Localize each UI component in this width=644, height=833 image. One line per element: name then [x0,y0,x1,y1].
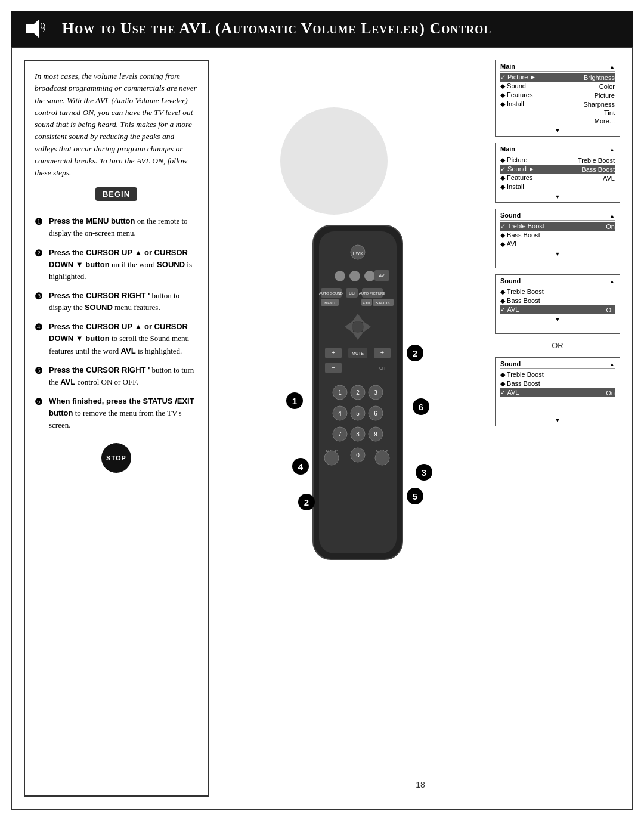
step-circle-2b: 2 [298,494,315,510]
remote-control-svg: PWR AV AUTO SOUND CC [304,219,411,577]
svg-text:PWR: PWR [353,251,363,255]
menu2-header: Main [500,145,615,154]
page-number: 18 [221,773,620,797]
step-5: ❺ Press the CURSOR RIGHT ' button to tur… [35,364,198,388]
page-header: )) ) How to Use the AVL (Automatic Volum… [11,11,633,47]
menu1-header: Main [500,63,615,72]
diagram-area: 1 2 4 6 3 5 2 [221,60,620,773]
menu1-row-features: ◆ Features Picture [500,91,615,100]
menu2-row-install: ◆ Install [500,182,615,191]
menu3-row-treble: ✓ Treble Boost On [500,222,615,231]
tv-menu-2: Main ◆ Picture Treble Boost ✓ Sound ► Ba… [495,143,620,203]
menu3-title: Sound [500,212,521,219]
svg-text:AUTO SOUND: AUTO SOUND [319,292,343,295]
begin-badge: BEGIN [95,187,137,201]
step-circle-5: 5 [407,488,423,504]
menu4-row-bass: ◆ Bass Boost [500,296,615,305]
menu5-footer [500,416,615,423]
svg-text:MUTE: MUTE [352,351,364,355]
menu2-footer [500,193,615,200]
svg-text:): ) [43,22,46,32]
remote-wrapper: 1 2 4 6 3 5 2 [221,60,495,773]
svg-text:7: 7 [338,431,342,438]
svg-text:5: 5 [356,410,360,417]
svg-text:STATUS: STATUS [376,301,390,305]
main-content-area: In most cases, the volume levels coming … [11,47,633,810]
page-title: How to Use the AVL (Automatic Volume Lev… [62,20,491,38]
menu5-title: Sound [500,360,521,367]
menu2-row-sound: ✓ Sound ► Bass Boost [500,165,615,174]
menu1-row-tint: Tint [500,109,615,117]
intro-text: In most cases, the volume levels coming … [35,70,198,179]
right-panel: 1 2 4 6 3 5 2 [221,60,620,797]
step-circle-2: 2 [407,345,423,361]
menu4-title: Sound [500,277,521,284]
svg-text:CC: CC [349,291,355,295]
speaker-icon: )) ) [23,17,52,41]
step-circle-6: 6 [413,398,429,415]
tv-menu-1: Main ✓ Picture ► Brightness ◆ Sound Colo… [495,60,620,137]
menu4-row-avl: ✓ AVL Off [500,305,615,314]
stop-badge: STOP [101,443,131,473]
menu3-row-avl: ◆ AVL [500,240,615,249]
svg-text:1: 1 [338,389,342,396]
or-label: OR [495,341,620,350]
svg-text:AUTO PICTURE: AUTO PICTURE [359,292,386,295]
step-3: ❸ Press the CURSOR RIGHT ' button to dis… [35,290,198,314]
svg-text:2: 2 [356,389,360,396]
svg-text:3: 3 [374,389,377,396]
svg-point-7 [335,271,345,281]
svg-text:9: 9 [374,431,377,438]
menu5-row-avl: ✓ AVL On [500,388,615,397]
menu1-row-picture: ✓ Picture ► Brightness [500,73,615,82]
tv-menu-4: Sound ◆ Treble Boost ◆ Bass Boost ✓ AVL … [495,274,620,334]
svg-point-61 [375,451,389,465]
menu3-row-bass: ◆ Bass Boost [500,231,615,240]
step-circle-4: 4 [292,458,309,475]
svg-text:+: + [332,349,335,356]
tv-menu-5: Sound ◆ Treble Boost ◆ Bass Boost ✓ AVL … [495,357,620,426]
menu3-header: Sound [500,212,615,221]
svg-text:EXIT: EXIT [363,301,371,305]
step-4: ❹ Press the CURSOR UP ▲ or CURSOR DOWN ▼… [35,321,198,357]
svg-point-28 [352,321,364,333]
svg-text:CH: CH [379,366,385,370]
svg-text:+: + [380,349,384,356]
menu1-footer [500,126,615,134]
svg-point-9 [364,271,375,281]
menu4-footer [500,315,615,323]
step-2: ❷ Press the CURSOR UP ▲ or CURSOR DOWN ▼… [35,247,198,283]
menus-column: Main ✓ Picture ► Brightness ◆ Sound Colo… [495,60,620,773]
menu1-row-more: More... [500,117,615,125]
menu5-row-treble: ◆ Treble Boost [500,370,615,379]
steps-list: ❶ Press the MENU button on the remote to… [35,215,198,431]
step-6: ❻ When finished, press the STATUS /EXIT … [35,395,198,431]
menu4-row-treble: ◆ Treble Boost [500,287,615,296]
menu1-row-sound: ◆ Sound Color [500,82,615,91]
svg-marker-0 [26,19,39,38]
svg-text:MENU: MENU [324,301,335,305]
svg-text:0: 0 [356,452,360,459]
gray-circle-decoration [280,107,388,215]
tv-menu-3: Sound ✓ Treble Boost On ◆ Bass Boost ◆ A… [495,209,620,268]
menu5-row-bass: ◆ Bass Boost [500,379,615,388]
menu1-row-install: ◆ Install Sharpness [500,100,615,109]
instruction-panel: In most cases, the volume levels coming … [24,60,209,797]
svg-point-58 [324,451,339,465]
svg-text:−: − [332,364,335,371]
step-circle-3: 3 [416,464,432,481]
svg-text:6: 6 [374,410,377,417]
menu2-row-features: ◆ Features AVL [500,174,615,182]
menu4-header: Sound [500,277,615,286]
svg-text:AV: AV [379,274,385,278]
svg-point-8 [349,271,360,281]
menu3-footer [500,250,615,257]
step-circle-1: 1 [286,392,303,409]
step-1: ❶ Press the MENU button on the remote to… [35,215,198,239]
menu2-row-picture: ◆ Picture Treble Boost [500,156,615,165]
menu5-header: Sound [500,360,615,369]
svg-text:4: 4 [338,410,342,417]
svg-text:8: 8 [356,431,360,438]
